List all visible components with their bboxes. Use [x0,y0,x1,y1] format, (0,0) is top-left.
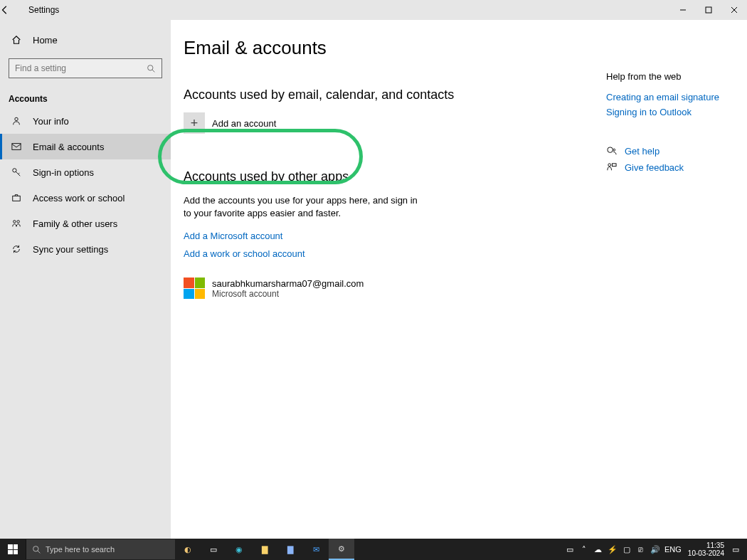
home-label: Home [33,35,58,46]
tray-date: 10-03-2024 [688,549,724,557]
taskbar-settings-icon[interactable]: ⚙ [329,539,354,560]
svg-line-17 [38,551,40,553]
sidebar: Home Accounts Your info Email & accounts… [0,20,171,539]
svg-rect-15 [612,164,616,167]
taskbar-cortana-icon[interactable]: ◐ [175,539,201,560]
sidebar-item-your-info[interactable]: Your info [0,108,171,134]
sidebar-item-access-work[interactable]: Access work or school [0,185,171,211]
svg-point-14 [608,164,611,167]
help-link-outlook-signin[interactable]: Signing in to Outlook [606,107,741,117]
taskbar-search[interactable]: Type here to search [26,539,175,559]
svg-point-12 [608,147,613,153]
search-box[interactable] [9,58,162,78]
account-entry[interactable]: saurabhkumarsharma07@gmail.com Microsoft… [184,278,747,299]
svg-point-6 [15,117,18,120]
get-help-link[interactable]: Get help [625,146,659,157]
taskbar-explorer-icon[interactable]: ▇ [252,539,277,560]
tray-language[interactable]: ENG [662,545,684,554]
titlebar: Settings [0,0,747,20]
page-title: Email & accounts [184,37,747,59]
taskbar-search-placeholder: Type here to search [46,545,115,554]
account-info: saurabhkumarsharma07@gmail.com Microsoft… [212,278,364,299]
svg-rect-7 [12,144,21,150]
tray-chevron-up-icon[interactable]: ˄ [577,545,591,554]
taskbar-taskview-icon[interactable]: ▭ [201,539,226,560]
person-icon [11,116,27,126]
search-icon [147,64,156,73]
feedback-icon [606,162,620,173]
taskbar-mail-icon[interactable]: ✉ [303,539,329,560]
sidebar-item-label: Your info [33,116,69,127]
tray-time: 11:35 [688,541,724,549]
taskbar-edge-icon[interactable]: ◉ [226,539,252,560]
close-button[interactable] [721,0,747,20]
system-tray: ▭ ˄ ☁ ⚡ ▢ ⎚ 🔊 ENG 11:35 10-03-2024 ▭ [563,539,747,560]
sidebar-item-family[interactable]: Family & other users [0,211,171,236]
tray-clock[interactable]: 11:35 10-03-2024 [688,541,724,557]
sidebar-item-email-accounts[interactable]: Email & accounts [0,134,171,159]
sidebar-item-label: Family & other users [33,218,117,229]
tray-onedrive-icon[interactable]: ☁ [591,545,605,554]
sync-icon [11,244,27,254]
account-type: Microsoft account [212,289,364,299]
svg-point-11 [17,221,20,223]
svg-rect-1 [706,7,711,13]
help-title: Help from the web [606,71,741,82]
link-add-work-school-account[interactable]: Add a work or school account [184,248,305,259]
sidebar-item-label: Sign-in options [33,167,94,178]
home-icon [11,35,27,45]
taskbar-store-icon[interactable]: ▇ [277,539,303,560]
help-icon [606,146,620,157]
svg-point-4 [148,65,153,70]
back-button[interactable] [0,5,28,15]
search-input[interactable] [15,63,136,73]
minimize-button[interactable] [670,0,696,20]
help-panel: Help from the web Creating an email sign… [606,71,741,179]
svg-point-10 [14,221,16,223]
tray-notifications-icon[interactable]: ▭ [729,545,743,554]
sidebar-item-label: Email & accounts [33,142,104,152]
svg-rect-9 [13,196,21,201]
window-controls [670,0,747,20]
people-icon [11,218,27,228]
sidebar-item-sync[interactable]: Sync your settings [0,236,171,262]
svg-point-13 [613,149,615,151]
account-email: saurabhkumarsharma07@gmail.com [212,278,364,289]
add-account-label: Add an account [212,118,276,129]
plus-icon: + [184,112,205,134]
home-button[interactable]: Home [0,27,171,53]
tray-volume-icon[interactable]: 🔊 [648,545,662,554]
link-add-microsoft-account[interactable]: Add a Microsoft account [184,231,282,241]
give-feedback-link[interactable]: Give feedback [625,162,684,173]
briefcase-icon [11,193,27,203]
sidebar-item-signin-options[interactable]: Sign-in options [0,159,171,185]
key-icon [11,167,27,177]
tray-touchpad-icon[interactable]: ▢ [620,545,634,554]
taskbar: Type here to search ◐ ▭ ◉ ▇ ▇ ✉ ⚙ ▭ ˄ ☁ … [0,539,747,560]
tray-meet-now-icon[interactable]: ▭ [563,545,577,554]
sidebar-item-label: Sync your settings [33,244,108,255]
microsoft-logo-icon [184,278,205,299]
svg-point-16 [33,546,38,551]
sidebar-item-label: Access work or school [33,193,124,204]
tray-wifi-icon[interactable]: ⎚ [634,545,648,554]
mail-icon [11,142,27,152]
section-description: Add the accounts you use for your apps h… [184,194,418,219]
svg-line-5 [152,70,154,72]
maximize-button[interactable] [696,0,721,20]
help-link-email-signature[interactable]: Creating an email signature [606,92,741,102]
window-title: Settings [28,5,59,15]
start-button[interactable] [0,539,26,560]
tray-battery-icon[interactable]: ⚡ [605,545,620,554]
sidebar-section-label: Accounts [0,84,171,108]
